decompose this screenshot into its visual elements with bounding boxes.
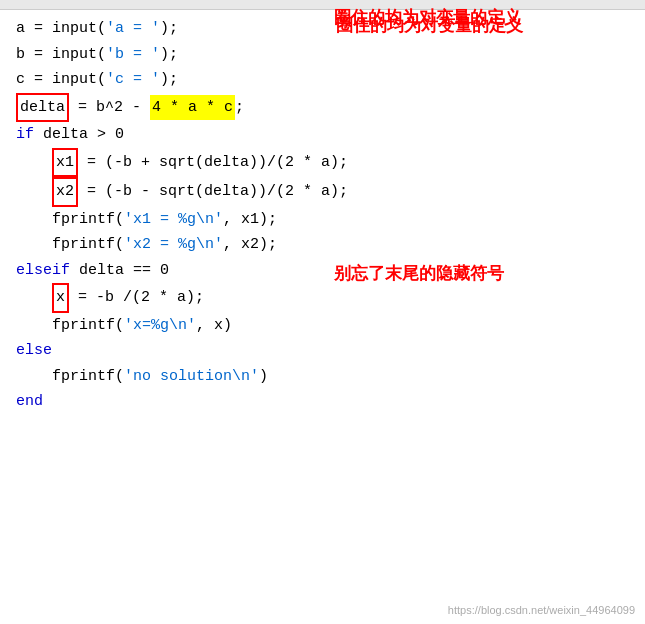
watermark: https://blog.csdn.net/weixin_44964099 [448, 604, 635, 616]
code-text-4a: = b^2 - [69, 95, 150, 121]
kw-end: end [16, 389, 43, 415]
code-text-10: delta == 0 [70, 258, 169, 284]
indent-8 [16, 207, 52, 233]
code-line-6: x1 = (-b + sqrt(delta))/(2 * a); [16, 148, 629, 178]
code-text-9b: , x2); [223, 232, 277, 258]
code-text-2b: ); [160, 42, 178, 68]
code-line-5: if delta > 0 [16, 122, 629, 148]
code-text-8a: fprintf( [52, 207, 124, 233]
code-line-14: fprintf('no solution\n') [16, 364, 629, 390]
code-line-7: x2 = (-b - sqrt(delta))/(2 * a); [16, 177, 629, 207]
annotation-label-1: 圈住的均为对变量的定义 [334, 6, 521, 29]
code-container: a = input('a = '); 圈住的均为对变量的定义 圈住的均为对变量的… [0, 10, 645, 425]
code-text-7: = (-b - sqrt(delta))/(2 * a); [78, 179, 348, 205]
indent-11 [16, 285, 52, 311]
code-text-12b: , x) [196, 313, 232, 339]
code-string-12: 'x=%g\n' [124, 313, 196, 339]
indent-7 [16, 179, 52, 205]
code-string-1: 'a = ' [106, 16, 160, 42]
indent-12 [16, 313, 52, 339]
code-text-14b: ) [259, 364, 268, 390]
code-string-14: 'no solution\n' [124, 364, 259, 390]
code-text-6: = (-b + sqrt(delta))/(2 * a); [78, 150, 348, 176]
code-line-1: a = input('a = '); 圈住的均为对变量的定义 [16, 16, 629, 42]
box-x: x [52, 283, 69, 313]
code-text-8b: , x1); [223, 207, 277, 233]
indent-14 [16, 364, 52, 390]
code-line-13: else [16, 338, 629, 364]
code-text-3a: c = input( [16, 67, 106, 93]
code-line-12: fprintf('x=%g\n', x) [16, 313, 629, 339]
code-line-11: x = -b /(2 * a); [16, 283, 629, 313]
box-x1: x1 [52, 148, 78, 178]
code-line-2: b = input('b = '); [16, 42, 629, 68]
code-text-2a: b = input( [16, 42, 106, 68]
code-string-9: 'x2 = %g\n' [124, 232, 223, 258]
code-text-9a: fprintf( [52, 232, 124, 258]
code-string-3: 'c = ' [106, 67, 160, 93]
code-string-2: 'b = ' [106, 42, 160, 68]
code-line-15: end [16, 389, 629, 415]
code-text-14a: fprintf( [52, 364, 124, 390]
code-text-11: = -b /(2 * a); [69, 285, 204, 311]
kw-if: if [16, 122, 34, 148]
code-line-9: fprintf('x2 = %g\n', x2); [16, 232, 629, 258]
box-x2: x2 [52, 177, 78, 207]
highlight-4ac: 4 * a * c [150, 95, 235, 121]
kw-elseif: elseif [16, 258, 70, 284]
indent-6 [16, 150, 52, 176]
code-text-4b: ; [235, 95, 244, 121]
code-line-10: elseif delta == 0 别忘了末尾的隐藏符号 [16, 258, 629, 284]
code-text-12a: fprintf( [52, 313, 124, 339]
kw-else: else [16, 338, 52, 364]
code-string-8: 'x1 = %g\n' [124, 207, 223, 233]
indent-9 [16, 232, 52, 258]
top-bar [0, 0, 645, 10]
code-text-3b: ); [160, 67, 178, 93]
code-text-5: delta > 0 [34, 122, 124, 148]
box-delta: delta [16, 93, 69, 123]
code-line-8: fprintf('x1 = %g\n', x1); [16, 207, 629, 233]
code-line-4: delta = b^2 - 4 * a * c; [16, 93, 629, 123]
code-line-3: c = input('c = '); [16, 67, 629, 93]
code-text-1b: ); [160, 16, 178, 42]
code-text-1a: a = input( [16, 16, 106, 42]
